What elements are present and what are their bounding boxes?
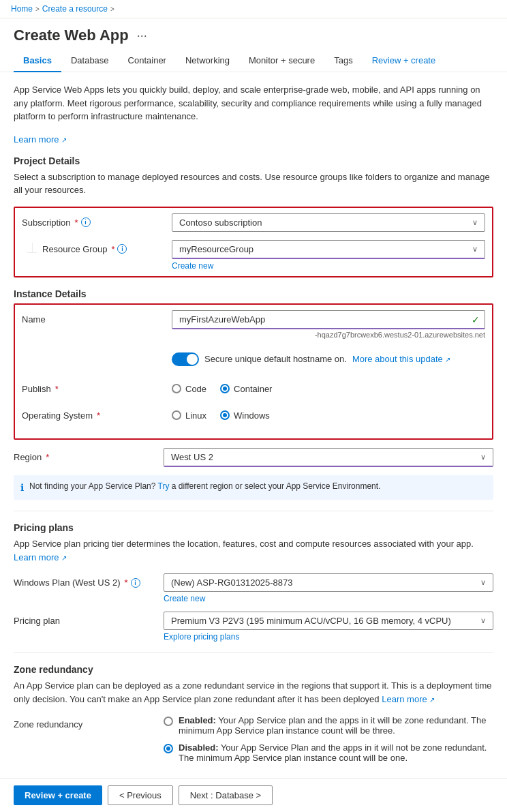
subdomain-text: -hqazd7g7brcwexb6.westus2-01.azurewebsit… [172,331,485,339]
windows-plan-label: Windows Plan (West US 2) * i [14,573,164,588]
zone-enabled-option[interactable]: Enabled: Your App Service plan and the a… [164,715,493,736]
subscription-dropdown[interactable]: Contoso subscription ∨ [172,213,485,232]
resource-group-dropdown[interactable]: myResourceGroup ∨ [172,240,485,259]
windows-plan-control: (New) ASP-RG01312025-8873 ∨ Create new [164,573,493,603]
secure-hostname-control: Secure unique default hostname on. More … [172,347,485,372]
tab-basics[interactable]: Basics [14,50,61,72]
subscription-value: Contoso subscription [179,217,262,228]
zone-redundancy-control: Enabled: Your App Service plan and the a… [164,715,493,763]
resource-group-label: Resource Group * i [42,240,172,254]
breadcrumb-create-resource[interactable]: Create a resource [42,4,108,14]
publish-code-radio[interactable] [172,384,181,393]
pricing-learn-more-link[interactable]: Learn more ↗ [14,552,67,562]
zone-disabled-radio[interactable] [164,744,173,753]
windows-plan-required: * [125,577,128,588]
region-dropdown[interactable]: West US 2 ∨ [164,448,493,467]
tab-database[interactable]: Database [61,50,119,72]
publish-code-option[interactable]: Code [172,384,206,394]
divider-2 [14,652,493,653]
subscription-outline: Subscription * i Contoso subscription ∨ [14,207,493,277]
zone-redundancy-label: Zone redundancy [14,715,164,730]
publish-code-label: Code [185,384,206,394]
learn-more-link[interactable]: Learn more ↗ [14,134,67,145]
pricing-plans-header: Pricing plans [14,522,493,533]
breadcrumb: Home > Create a resource > [0,0,507,18]
rg-info-icon[interactable]: i [117,244,127,254]
os-linux-option[interactable]: Linux [172,410,206,421]
publish-container-radio[interactable] [220,384,230,393]
publish-control: Code Container [172,380,485,398]
secure-hostname-spacer [22,347,172,351]
os-label: Operating System * [22,406,172,421]
pricing-plan-label: Pricing plan [14,612,164,626]
windows-plan-info-icon[interactable]: i [131,578,140,588]
zone-redundancy-section: Zone redundancy An App Service plan can … [14,664,493,763]
pricing-plan-control: Premium V3 P2V3 (195 minimum ACU/vCPU, 1… [164,612,493,642]
windows-plan-dropdown[interactable]: (New) ASP-RG01312025-8873 ∨ [164,573,493,592]
zone-redundancy-desc: An App Service plan can be deployed as a… [14,679,493,706]
breadcrumb-home[interactable]: Home [11,4,33,14]
secure-hostname-toggle[interactable] [172,352,199,366]
publish-container-option[interactable]: Container [220,384,272,394]
explore-pricing-link[interactable]: Explore pricing plans [164,632,493,642]
rg-create-new-link[interactable]: Create new [172,261,485,271]
rg-arrow-icon: ∨ [472,245,478,254]
pricing-plan-dropdown[interactable]: Premium V3 P2V3 (195 minimum ACU/vCPU, 1… [164,612,493,630]
tree-line [22,240,42,253]
name-input[interactable] [172,310,485,329]
resource-group-control: myResourceGroup ∨ Create new [172,240,485,271]
region-value: West US 2 [171,452,213,462]
subscription-info-icon[interactable]: i [81,217,91,227]
publish-options: Code Container [172,384,485,394]
next-database-button[interactable]: Next : Database > [179,785,273,805]
os-options: Linux Windows [172,410,485,421]
region-info-text: Not finding your App Service Plan? Try a… [29,481,380,492]
region-required: * [46,452,49,462]
divider-1 [14,511,493,511]
project-details-desc: Select a subscription to manage deployed… [14,170,493,197]
app-description: App Service Web Apps lets you quickly bu… [14,83,493,123]
region-row: Region * West US 2 ∨ [14,448,493,467]
zone-disabled-text: Disabled: Your App Service Plan and the … [179,742,493,763]
windows-plan-create-new[interactable]: Create new [164,594,493,603]
zone-disabled-option[interactable]: Disabled: Your App Service Plan and the … [164,742,493,763]
zone-enabled-radio[interactable] [164,717,173,726]
name-input-wrap: ✓ [172,310,485,329]
project-details-section: Project Details Select a subscription to… [14,155,493,277]
previous-button[interactable]: < Previous [108,785,173,805]
subscription-control: Contoso subscription ∨ [172,213,485,232]
zone-redundancy-row: Zone redundancy Enabled: Your App Servic… [14,715,493,763]
region-arrow-icon: ∨ [480,453,486,462]
info-box-icon: ℹ [20,481,24,495]
pricing-plans-desc: App Service plan pricing tier determines… [14,537,493,564]
zone-learn-more-link[interactable]: Learn more ↗ [382,694,435,704]
os-linux-radio[interactable] [172,410,181,420]
os-windows-radio[interactable] [220,410,230,420]
os-linux-label: Linux [185,410,206,421]
tab-review-create[interactable]: Review + create [363,50,446,72]
pricing-plan-row: Pricing plan Premium V3 P2V3 (195 minimu… [14,612,493,642]
zone-options: Enabled: Your App Service plan and the a… [164,715,493,763]
tab-container[interactable]: Container [119,50,176,72]
windows-plan-row: Windows Plan (West US 2) * i (New) ASP-R… [14,573,493,603]
tab-monitor[interactable]: Monitor + secure [239,50,324,72]
tab-networking[interactable]: Networking [176,50,239,72]
os-required: * [97,410,100,421]
secure-hostname-link[interactable]: More about this update ↗ [352,354,451,364]
subscription-label: Subscription * i [22,213,172,228]
region-try-link[interactable]: Try [158,481,170,491]
tab-tags[interactable]: Tags [324,50,362,72]
instance-outline: Name ✓ -hqazd7g7brcwexb6.westus2-01.azur… [14,303,493,440]
tabs-bar: Basics Database Container Networking Mon… [0,50,507,72]
os-windows-option[interactable]: Windows [220,410,270,421]
ellipsis-button[interactable]: ··· [134,27,150,44]
rg-value: myResourceGroup [179,244,253,254]
bottom-bar: Review + create < Previous Next : Databa… [0,778,507,812]
name-row: Name ✓ -hqazd7g7brcwexb6.westus2-01.azur… [22,310,485,339]
review-create-button[interactable]: Review + create [14,785,102,805]
pricing-plan-value: Premium V3 P2V3 (195 minimum ACU/vCPU, 1… [171,616,451,626]
region-control: West US 2 ∨ [164,448,493,467]
windows-plan-arrow-icon: ∨ [480,578,486,587]
region-label: Region * [14,448,164,462]
main-content: App Service Web Apps lets you quickly bu… [0,72,507,812]
